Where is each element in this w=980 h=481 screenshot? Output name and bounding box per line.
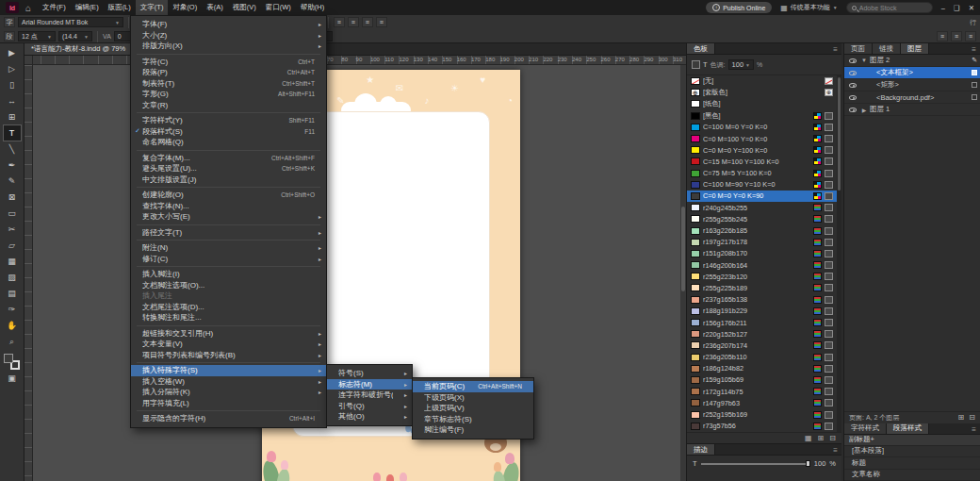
menu-item[interactable]: 插入脚注(I) xyxy=(131,269,326,280)
style-row[interactable]: 标题 xyxy=(844,457,980,470)
workspace-switcher[interactable]: ▦ 传统基本功能 ▼ xyxy=(780,3,838,12)
menu-item[interactable]: 章节标志符(S) xyxy=(413,414,533,425)
visibility-eye-icon[interactable] xyxy=(849,108,857,112)
menu-item[interactable]: 字体(F)▸ xyxy=(131,19,326,30)
swatches-scrollbar[interactable] xyxy=(837,75,841,432)
swatch-row[interactable]: r255g225b189 xyxy=(687,282,837,293)
menu-item[interactable]: 文本变量(V)▸ xyxy=(131,339,326,350)
scrollbar-thumb[interactable] xyxy=(838,77,841,191)
slider-knob[interactable] xyxy=(806,460,810,467)
scrollbar-thumb[interactable] xyxy=(681,207,685,291)
gradient-feather-tool[interactable]: ▨ xyxy=(4,270,21,285)
menu-item[interactable]: 显示隐含的字符(H)Ctrl+Alt+I xyxy=(131,413,326,424)
visibility-eye-icon[interactable] xyxy=(849,58,857,63)
screen-mode-button[interactable]: ▣ xyxy=(4,371,21,386)
note-tool[interactable]: ▤ xyxy=(4,286,21,301)
swatch-row[interactable]: r236g207b174 xyxy=(687,340,837,351)
menubar-item[interactable]: 表(A) xyxy=(202,0,228,15)
swatch-row[interactable]: r151g208b170 xyxy=(687,248,837,259)
menu-item[interactable]: 查找字体(N)... xyxy=(131,201,326,212)
style-row[interactable]: [基本段落] xyxy=(844,446,980,458)
menu-item[interactable]: 避头尾设置(U)...Ctrl+Shift+K xyxy=(131,163,326,174)
menu-item[interactable]: 中文排版设置(J) xyxy=(131,174,326,186)
hand-tool[interactable]: ✋ xyxy=(4,318,21,333)
minimize-button[interactable]: – xyxy=(941,4,945,12)
menu-item[interactable]: 超链接和交叉引用(H)▸ xyxy=(131,328,326,340)
swatch-row[interactable]: [纸色] xyxy=(687,98,837,109)
delete-swatch-icon[interactable]: ⊟ xyxy=(829,434,836,442)
menubar-item[interactable]: 文字(T) xyxy=(136,0,169,15)
menu-item[interactable]: 命名网格(Q) xyxy=(131,137,326,148)
styles-tab[interactable]: 段落样式 xyxy=(887,423,929,434)
swatch-row[interactable]: r156g176b211 xyxy=(687,317,837,328)
menu-item[interactable]: 脚注编号(F) xyxy=(413,424,533,436)
swatch-row[interactable]: r188g191b229 xyxy=(687,306,837,317)
layer-row[interactable]: ▶图层 1 xyxy=(844,104,980,116)
swatch-row[interactable]: [黑色] xyxy=(687,110,837,122)
swatch-row[interactable]: C=0 M=0 Y=0 K=90 xyxy=(687,191,837,202)
menu-item[interactable]: 连字符和破折号(H)▸ xyxy=(327,390,412,401)
swatch-row[interactable]: r146g200b164 xyxy=(687,259,837,271)
eyedropper-tool[interactable]: ✑ xyxy=(4,302,21,317)
menu-item[interactable]: 符号(S)▸ xyxy=(327,368,412,379)
menu-item[interactable]: 复合字体(M)...Ctrl+Alt+Shift+F xyxy=(131,153,326,164)
tab-swatches[interactable]: 色板 xyxy=(687,43,715,54)
fill-proxy-chip[interactable] xyxy=(4,354,13,363)
zoom-tool[interactable]: ⌕ xyxy=(4,334,21,349)
align-center-icon[interactable]: ≡ xyxy=(348,17,359,27)
swatch-row[interactable]: r236g205b110 xyxy=(687,352,837,363)
swatch-row[interactable]: C=100 M=0 Y=0 K=0 xyxy=(687,122,837,133)
menu-item[interactable]: 文档脚注选项(O)... xyxy=(131,280,326,291)
swatch-row[interactable]: r252g195b169 xyxy=(687,408,837,420)
menu-item[interactable]: 段落(P)Ctrl+Alt+T xyxy=(131,67,326,78)
document-tab[interactable]: *语言能力-教材-8.indd @ 79% ✕ xyxy=(24,43,143,55)
layer-row[interactable]: <文本框架> xyxy=(844,67,980,79)
menu-item[interactable]: 用字符填充(L) xyxy=(131,398,326,409)
gradient-swatch-tool[interactable]: ▦ xyxy=(4,254,21,269)
delete-layer-icon[interactable]: ⊟ xyxy=(969,413,975,422)
justify-icon[interactable]: ≡ xyxy=(376,17,387,27)
menu-item[interactable]: 创建轮廓(O)Ctrl+Shift+O xyxy=(131,190,326,201)
expand-arrow-icon[interactable]: ▶ xyxy=(860,107,868,113)
menu-item[interactable]: 下级页码(X) xyxy=(413,392,533,404)
swatch-row[interactable]: C=15 M=100 Y=100 K=0 xyxy=(687,156,837,167)
swatch-row[interactable]: C=75 M=5 Y=100 K=0 xyxy=(687,168,837,179)
menubar-item[interactable]: 视图(V) xyxy=(228,0,261,15)
layer-row[interactable]: <Background.pdf> xyxy=(844,91,980,104)
swatch-row[interactable]: C=0 M=0 Y=100 K=0 xyxy=(687,144,837,156)
gap-tool[interactable]: ↔ xyxy=(4,93,21,108)
visibility-eye-icon[interactable] xyxy=(849,71,857,75)
tint-slider[interactable] xyxy=(701,463,810,465)
swatch-row[interactable]: ⊕[套版色]⊕ xyxy=(687,87,837,98)
page-tool[interactable]: ▯ xyxy=(4,77,21,92)
menubar-item[interactable]: 窗口(W) xyxy=(261,0,296,15)
menu-item[interactable]: ✓段落样式(S)F11 xyxy=(131,126,326,138)
tint-field[interactable]: 100 ▼ xyxy=(728,59,754,70)
restore-button[interactable]: ❑ xyxy=(954,4,960,12)
menu-item[interactable]: 当前页码(C)Ctrl+Alt+Shift+N xyxy=(413,381,533,392)
layer-row[interactable]: ▼图层 2✎ xyxy=(844,55,980,67)
align-left-icon[interactable]: ≡ xyxy=(334,17,345,27)
align-right-icon[interactable]: ≡ xyxy=(362,17,373,27)
menu-item[interactable]: 附注(N)▸ xyxy=(131,242,326,254)
menu-item[interactable]: 转换脚注和尾注... xyxy=(131,312,326,323)
text-affects-icon[interactable]: T xyxy=(693,459,697,468)
swatch-row[interactable]: r255g255b245 xyxy=(687,213,837,224)
menu-item[interactable]: 插入分隔符(K)▸ xyxy=(131,387,326,398)
swatch-row[interactable]: r147g97b63 xyxy=(687,397,837,408)
ruler-origin-box[interactable] xyxy=(24,56,33,65)
new-layer-icon[interactable]: ⊞ xyxy=(958,413,965,422)
character-formatting-toggle[interactable]: 字 xyxy=(4,17,15,27)
panel-menu-icon[interactable]: ≡ xyxy=(972,425,980,434)
expand-arrow-icon[interactable]: ▼ xyxy=(860,58,868,63)
swatch-views-icon[interactable]: ▦ xyxy=(805,434,812,442)
line-tool[interactable]: ╲ xyxy=(4,141,21,157)
menu-item[interactable]: 上级页码(V) xyxy=(413,403,533,414)
selection-proxy-icon[interactable] xyxy=(972,94,977,100)
style-row[interactable]: 文章名称 xyxy=(844,470,980,481)
menu-item[interactable]: 插入特殊字符(S)▸ xyxy=(131,365,326,376)
paragraph-align-right-icon[interactable]: ≡ xyxy=(965,31,976,41)
rectangle-tool[interactable]: ▭ xyxy=(4,206,21,221)
fill-stroke-proxy[interactable] xyxy=(4,354,20,370)
selection-tool[interactable]: ▶ xyxy=(4,45,21,60)
